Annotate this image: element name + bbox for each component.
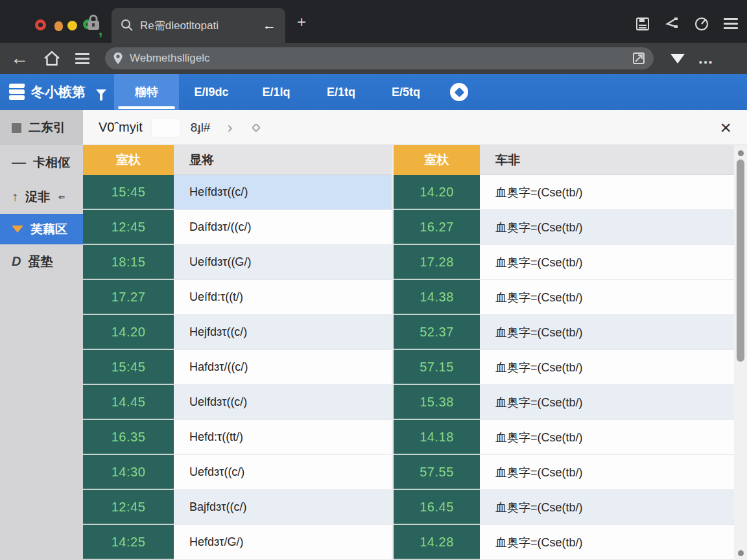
diamond-icon: [454, 87, 464, 97]
table-row[interactable]: 52.37血奥字=(Cse(tb/): [394, 315, 734, 350]
label-cell: 血奥字=(Cse(tb/): [480, 350, 734, 385]
breadcrumb-section[interactable]: 8ɟl#: [191, 121, 211, 135]
table-row[interactable]: 57.15血奥字=(Cse(tb/): [394, 350, 734, 385]
table-row[interactable]: 12:45Bajfdɜτ((c/): [83, 490, 392, 525]
time-cell: 14.45: [83, 385, 174, 420]
save-icon[interactable]: [635, 17, 650, 31]
d-mark-icon: D: [12, 254, 21, 269]
table-row[interactable]: 18:15Ueífdɜτ((G/): [83, 245, 392, 280]
table-row[interactable]: 17.27Ueífd:τ((t/): [83, 280, 392, 315]
table-row[interactable]: 14:25Hefdɜτ/G/): [83, 525, 392, 560]
location-pin-icon: [113, 52, 123, 65]
tab-back-icon[interactable]: ←: [263, 18, 276, 33]
time-cell: 14.20: [394, 175, 480, 210]
time-cell: 16.27: [394, 210, 480, 245]
time-cell: 14:25: [83, 525, 174, 560]
home-icon[interactable]: [43, 50, 61, 67]
downloads-icon[interactable]: [670, 54, 685, 64]
filter-icon[interactable]: [96, 89, 106, 95]
time-cell: 14.18: [394, 420, 480, 455]
time-cell: 15:45: [83, 175, 174, 210]
lock-icon: [86, 14, 101, 31]
scroll-up-dot[interactable]: [738, 150, 744, 156]
vertical-scrollbar[interactable]: [734, 148, 747, 560]
browser-tab[interactable]: Re需dleotltopati ←: [112, 8, 285, 43]
time-cell: 14.38: [394, 280, 480, 315]
table-row[interactable]: 57.55血奥字=(Cse(tb/): [394, 455, 734, 490]
label-cell: Daífdɜτ/((c/): [174, 210, 392, 245]
add-circle-button[interactable]: [450, 83, 468, 101]
tab-5[interactable]: E/5tq: [374, 74, 438, 110]
time-cell: 16.45: [394, 490, 480, 525]
table-row[interactable]: 16.45血奥字=(Cse(tb/): [394, 490, 734, 525]
table-row[interactable]: 15:45Heífdɜτ((c/): [83, 175, 392, 210]
table-row[interactable]: 14.28血奥字=(Cse(tb/): [394, 525, 734, 560]
nav-menu-icon[interactable]: [75, 51, 89, 67]
tab-main[interactable]: 糋特: [114, 74, 179, 110]
sidebar-item-4-selected[interactable]: 芙藕区: [0, 214, 83, 244]
triangle-down-icon: [12, 226, 23, 233]
label-cell: 血奥字=(Cse(tb/): [480, 245, 734, 280]
time-cell: 14.28: [394, 525, 480, 560]
timer-icon[interactable]: [694, 16, 709, 32]
share-icon[interactable]: [664, 17, 680, 31]
browser-menu-icon[interactable]: [724, 16, 738, 32]
time-cell: 12:45: [83, 490, 174, 525]
label-cell: Heífdɜτ((c/): [174, 175, 392, 210]
label-cell: Uelfdɜτ((c/): [174, 385, 392, 420]
label-cell: Hefdɜτ/G/): [174, 525, 392, 560]
time-cell: 17.28: [394, 245, 480, 280]
label-cell: 血奥字=(Cse(tb/): [480, 315, 734, 350]
label-cell: 血奥字=(Cse(tb/): [480, 175, 734, 210]
sidebar-item-2[interactable]: — 卡相伛: [0, 145, 83, 180]
table-row[interactable]: 12:45Daífdɜτ/((c/): [83, 210, 392, 245]
time-cell: 14:30: [83, 455, 174, 490]
table-row[interactable]: 14.45Uelfdɜτ((c/): [83, 385, 392, 420]
minimize-window-button[interactable]: [54, 21, 63, 31]
table-row[interactable]: 14.20血奥字=(Cse(tb/): [394, 175, 734, 210]
sidebar-item-5[interactable]: D 蛋垫: [0, 244, 83, 279]
diamond-outline-icon[interactable]: [252, 122, 261, 132]
arrow-up-icon: ↑: [12, 189, 18, 204]
time-cell: 15:45: [83, 350, 174, 385]
search-icon: [121, 19, 134, 32]
sidebar-item-3[interactable]: ↑ 浞非 ⇐: [0, 180, 83, 214]
label-cell: 血奥字=(Cse(tb/): [480, 420, 734, 455]
sidebar-item-1[interactable]: 二东引: [0, 110, 83, 145]
left-label-header: 显将: [174, 145, 392, 175]
table-row[interactable]: 16.27血奥字=(Cse(tb/): [394, 210, 734, 245]
scroll-down-dot[interactable]: [738, 550, 744, 556]
close-icon[interactable]: ×: [720, 119, 731, 136]
browser-nav-bar: ← Webmethslligelc …: [0, 43, 747, 74]
minimize-window-button-2[interactable]: [67, 21, 77, 30]
tab-4[interactable]: E/1tq: [309, 74, 374, 110]
new-tab-button[interactable]: +: [297, 16, 306, 29]
tab-2[interactable]: E/I9dc: [179, 74, 244, 110]
right-table: 室杕 车非 14.20血奥字=(Cse(tb/)16.27血奥字=(Cse(tb…: [394, 145, 734, 560]
square-icon: [12, 123, 21, 133]
table-row[interactable]: 14.38血奥字=(Cse(tb/): [394, 280, 734, 315]
table-row[interactable]: 16.35Hefd:τ((tt/): [83, 420, 392, 455]
table-row[interactable]: 15.38血奥字=(Cse(tb/): [394, 385, 734, 420]
time-cell: 16.35: [83, 420, 174, 455]
time-cell: 52.37: [394, 315, 480, 350]
label-cell: 血奥字=(Cse(tb/): [480, 455, 734, 490]
url-bar[interactable]: Webmethslligelc: [105, 47, 654, 69]
dash-icon: —: [12, 154, 26, 171]
table-row[interactable]: 15:45Hafdɜτ/((c/): [83, 350, 392, 385]
table-row[interactable]: 14.18血奥字=(Cse(tb/): [394, 420, 734, 455]
tab-title: Re需dleotltopati: [140, 18, 256, 33]
overflow-menu-icon[interactable]: …: [698, 49, 715, 67]
table-row[interactable]: 17.28血奥字=(Cse(tb/): [394, 245, 734, 280]
label-cell: 血奥字=(Cse(tb/): [480, 280, 734, 315]
time-cell: 12:45: [83, 210, 174, 245]
reader-mode-icon[interactable]: [632, 51, 646, 65]
left-table-body: 15:45Heífdɜτ((c/)12:45Daífdɜτ/((c/)18:15…: [83, 175, 392, 560]
table-row[interactable]: 14:30Uefdɜτ((c/): [83, 455, 392, 490]
breadcrumb-title[interactable]: V0ˆmyit: [99, 120, 143, 135]
scrollbar-thumb[interactable]: [737, 159, 744, 362]
table-row[interactable]: 14.20Hejfdɜτ((c/): [83, 315, 392, 350]
tab-3[interactable]: E/1lq: [244, 74, 309, 110]
close-window-button[interactable]: [35, 19, 46, 30]
back-icon[interactable]: ←: [10, 48, 29, 69]
